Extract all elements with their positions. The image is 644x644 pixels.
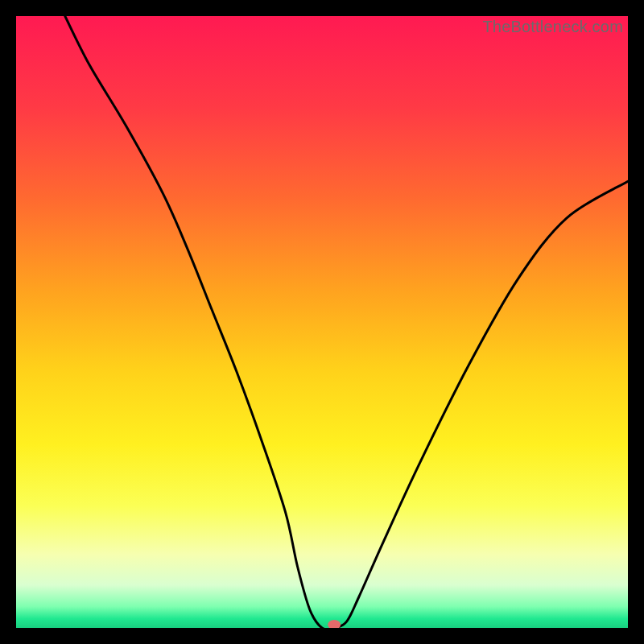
chart-frame: TheBottleneck.com [16, 16, 628, 628]
watermark-text: TheBottleneck.com [482, 18, 623, 36]
bottleneck-gradient-background [16, 16, 628, 628]
plot-area [16, 16, 628, 628]
chart-svg [16, 16, 628, 628]
